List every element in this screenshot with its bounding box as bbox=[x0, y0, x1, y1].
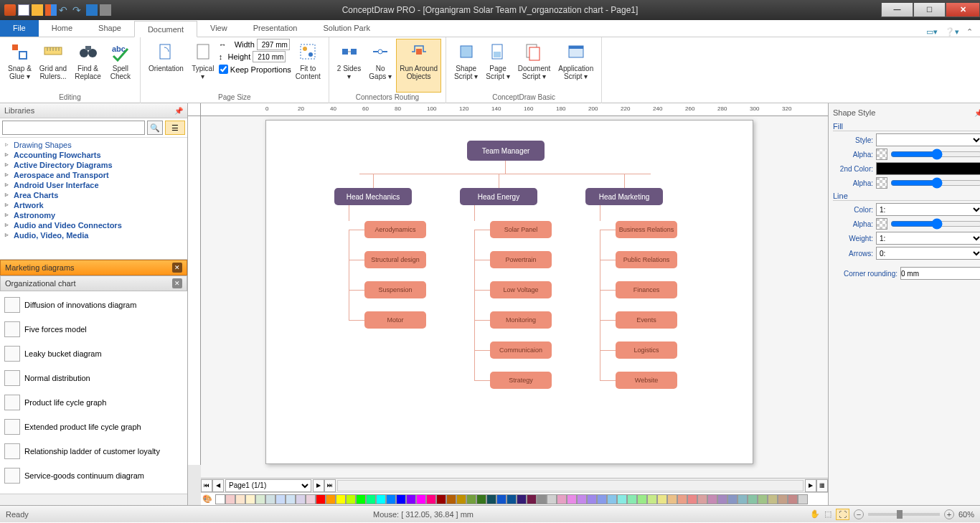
org-node[interactable]: Head Energy bbox=[460, 188, 537, 205]
shape-script-button[interactable]: Shape Script ▾ bbox=[451, 39, 481, 93]
palette-icon[interactable]: 🎨 bbox=[202, 494, 212, 504]
document-script-button[interactable]: Document Script ▾ bbox=[514, 39, 555, 93]
selection-tool-icon[interactable]: ⬚ bbox=[824, 509, 831, 519]
arrows-select[interactable]: 0: bbox=[876, 247, 980, 260]
tree-item[interactable]: Aerospace and Transport bbox=[2, 170, 185, 180]
zoom-slider[interactable] bbox=[868, 513, 940, 516]
width-input[interactable] bbox=[257, 39, 290, 50]
tab-presentation[interactable]: Presentation bbox=[240, 20, 311, 37]
color-swatch[interactable] bbox=[778, 494, 788, 504]
color-swatch[interactable] bbox=[647, 494, 657, 504]
org-node[interactable]: Suspension bbox=[364, 281, 426, 298]
library-scrollbar[interactable] bbox=[0, 494, 187, 505]
color-swatch[interactable] bbox=[707, 494, 717, 504]
minimize-button[interactable] bbox=[881, 3, 913, 17]
search-button[interactable]: 🔍 bbox=[147, 121, 163, 135]
app-script-button[interactable]: Application Script ▾ bbox=[555, 39, 597, 93]
color-swatch[interactable] bbox=[557, 494, 567, 504]
org-node[interactable]: Solar Panel bbox=[490, 221, 552, 238]
tree-item[interactable]: Astronomy bbox=[2, 210, 185, 220]
color-swatch[interactable] bbox=[416, 494, 426, 504]
color-swatch[interactable] bbox=[697, 494, 707, 504]
zoom-in-button[interactable]: + bbox=[944, 509, 954, 519]
color-swatch[interactable] bbox=[507, 494, 517, 504]
tab-home[interactable]: Home bbox=[39, 20, 85, 37]
line-weight-select[interactable]: 1: bbox=[876, 232, 980, 245]
shape-item[interactable]: Leaky bucket diagram bbox=[1, 341, 186, 366]
color-swatch[interactable] bbox=[406, 494, 416, 504]
page-next-button[interactable]: ▶ bbox=[313, 479, 324, 492]
color-swatch[interactable] bbox=[336, 494, 346, 504]
org-node[interactable]: Website bbox=[616, 372, 677, 389]
org-node[interactable]: Monitoring bbox=[490, 311, 552, 329]
canvas-viewport[interactable]: Team ManagerHead MechanicsAerodynamicsSt… bbox=[201, 116, 828, 478]
org-node[interactable]: Head Marketing bbox=[585, 188, 663, 205]
color-swatch[interactable] bbox=[436, 494, 446, 504]
close-button[interactable] bbox=[946, 3, 980, 17]
page-last-button[interactable]: ⏭ bbox=[324, 479, 336, 492]
color-swatch[interactable] bbox=[687, 494, 697, 504]
maximize-button[interactable] bbox=[913, 3, 946, 17]
collapse-ribbon-icon[interactable]: ⌃ bbox=[966, 27, 973, 37]
tree-item[interactable]: Active Directory Diagrams bbox=[2, 160, 185, 170]
color-swatch[interactable] bbox=[657, 494, 667, 504]
color-swatch[interactable] bbox=[788, 494, 798, 504]
no-gaps-button[interactable]: No Gaps ▾ bbox=[365, 39, 395, 93]
color-swatch[interactable] bbox=[587, 494, 597, 504]
color-swatch[interactable] bbox=[577, 494, 587, 504]
two-sides-button[interactable]: 2 Sides ▾ bbox=[334, 39, 364, 93]
layout-icon[interactable] bbox=[45, 4, 57, 16]
shape-item[interactable]: Product life cycle graph bbox=[1, 390, 186, 415]
org-node[interactable]: Logistics bbox=[616, 341, 677, 359]
tree-item[interactable]: Artwork bbox=[2, 200, 185, 210]
grid-rulers-button[interactable]: Grid and Rulers... bbox=[36, 39, 70, 93]
org-node[interactable]: Head Mechanics bbox=[334, 188, 412, 205]
color-swatch[interactable] bbox=[386, 494, 396, 504]
color-swatch[interactable] bbox=[738, 494, 748, 504]
org-node[interactable]: Structural design bbox=[364, 251, 426, 268]
org-node[interactable]: Public Relations bbox=[616, 251, 677, 268]
pin-icon[interactable]: 📌 bbox=[974, 109, 980, 117]
height-input[interactable] bbox=[253, 51, 286, 62]
color-swatch[interactable] bbox=[245, 494, 255, 504]
page-script-button[interactable]: Page Script ▾ bbox=[482, 39, 513, 93]
color-swatch[interactable] bbox=[396, 494, 406, 504]
color-swatch[interactable] bbox=[486, 494, 496, 504]
print-icon[interactable] bbox=[100, 4, 111, 16]
tree-item[interactable]: Android User Interface bbox=[2, 180, 185, 190]
fill-style-select[interactable] bbox=[876, 133, 980, 146]
org-node[interactable]: Business Relations bbox=[616, 221, 677, 238]
color-swatch[interactable] bbox=[717, 494, 727, 504]
spell-check-button[interactable]: abcSpell Check bbox=[105, 39, 136, 93]
color-swatch[interactable] bbox=[275, 494, 286, 504]
color-swatch[interactable] bbox=[627, 494, 637, 504]
fill-alpha-slider[interactable] bbox=[890, 149, 980, 160]
org-node[interactable]: Low Voltage bbox=[490, 281, 552, 298]
color-swatch[interactable] bbox=[637, 494, 647, 504]
color-swatch[interactable] bbox=[316, 494, 326, 504]
view-toggle-button[interactable]: ☰ bbox=[165, 121, 185, 135]
save-icon[interactable] bbox=[86, 4, 98, 16]
shape-item[interactable]: Normal distribution bbox=[1, 366, 186, 390]
org-node[interactable]: Powertrain bbox=[490, 251, 552, 268]
library-section-marketing[interactable]: Marketing diagrams ✕ bbox=[0, 260, 187, 275]
org-node[interactable]: Aerodynamics bbox=[364, 221, 426, 238]
line-color-select[interactable]: 1: bbox=[876, 203, 980, 216]
tab-view[interactable]: View bbox=[197, 20, 240, 37]
color-swatch[interactable] bbox=[617, 494, 627, 504]
color-swatch[interactable] bbox=[215, 494, 225, 504]
color-swatch[interactable] bbox=[346, 494, 356, 504]
second-color-select[interactable] bbox=[876, 162, 980, 175]
color-swatch[interactable] bbox=[306, 494, 316, 504]
org-node[interactable]: Communicaion bbox=[490, 341, 552, 359]
color-swatch[interactable] bbox=[607, 494, 617, 504]
tab-shape[interactable]: Shape bbox=[85, 20, 134, 37]
page-first-button[interactable]: ⏮ bbox=[201, 479, 212, 492]
color-swatch[interactable] bbox=[517, 494, 527, 504]
color-swatch[interactable] bbox=[496, 494, 507, 504]
color-swatch[interactable] bbox=[265, 494, 275, 504]
color-swatch[interactable] bbox=[748, 494, 758, 504]
org-node[interactable]: Finances bbox=[616, 281, 677, 298]
tree-item[interactable]: Area Charts bbox=[2, 190, 185, 200]
tab-document[interactable]: Document bbox=[134, 21, 197, 37]
